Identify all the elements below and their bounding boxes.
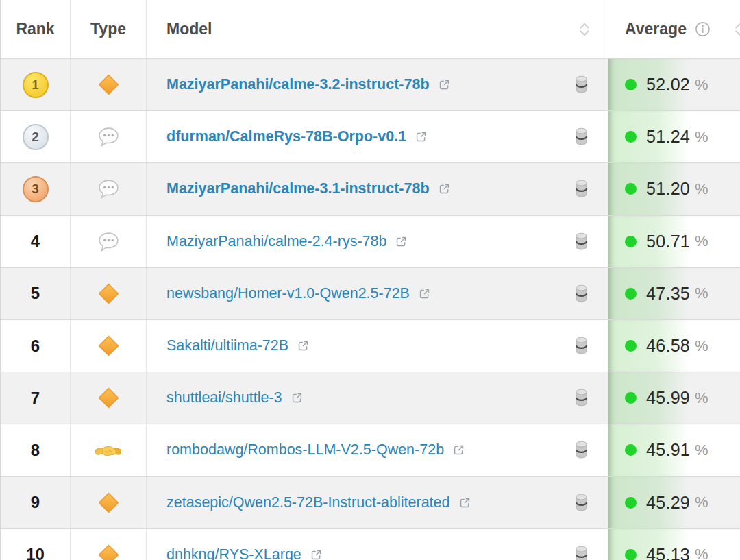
rank-cell: 4 [1,216,71,267]
average-cell: 47.35 % [608,268,740,319]
rank-header-label: Rank [16,20,54,38]
info-icon[interactable] [695,21,711,37]
rank-cell: 6 [1,320,71,372]
model-link[interactable]: dfurman/CalmeRys-78B-Orpo-v0.1 [166,128,406,145]
model-link[interactable]: MaziyarPanahi/calme-3.1-instruct-78b [166,180,430,197]
model-link[interactable]: shuttleai/shuttle-3 [166,389,282,406]
green-status-dot-icon [625,444,637,456]
external-link-icon[interactable] [452,443,465,456]
model-link[interactable]: newsbang/Homer-v1.0-Qwen2.5-72B [166,285,410,302]
external-link-icon[interactable] [415,130,428,143]
average-header-label: Average [625,20,687,38]
external-link-icon[interactable] [395,235,408,248]
type-cell [71,320,147,372]
orange-diamond-icon [97,282,120,305]
percent-sign: % [695,389,708,407]
average-value: 47.35 [646,284,690,304]
type-cell [71,216,147,267]
speech-balloon-icon [97,230,120,253]
model-link[interactable]: dnhkng/RYS-XLarge [166,546,301,560]
average-cell: 51.20 % [608,163,740,215]
database-icon[interactable] [572,439,591,461]
external-link-icon[interactable] [310,548,323,560]
type-cell [71,424,147,476]
model-cell: zetasepic/Qwen2.5-72B-Instruct-abliterat… [147,477,608,528]
rank-cell: 2 [1,111,71,162]
model-cell: newsbang/Homer-v1.0-Qwen2.5-72B [147,268,608,319]
database-icon[interactable] [572,178,591,199]
database-icon[interactable] [572,283,591,304]
rank-number: 9 [31,493,40,512]
rank-number: 6 [31,337,40,356]
model-cell: MaziyarPanahi/calme-3.2-instruct-78b [147,59,608,110]
type-cell [71,477,147,528]
table-row: 1 MaziyarPanahi/calme-3.2-instruct-78b 5… [1,58,740,110]
database-icon[interactable] [572,335,591,356]
type-cell [71,59,147,110]
external-link-icon[interactable] [458,496,471,509]
database-icon[interactable] [572,74,591,95]
rank-cell: 7 [1,372,71,424]
percent-sign: % [695,494,708,511]
sort-chevrons-icon[interactable] [733,22,740,37]
average-cell: 52.02 % [608,59,740,110]
green-status-dot-icon [625,288,637,300]
table-row: 5 newsbang/Homer-v1.0-Qwen2.5-72B 47.35 … [1,267,740,319]
sort-chevrons-icon[interactable] [578,22,591,37]
model-cell: shuttleai/shuttle-3 [147,372,608,424]
green-status-dot-icon [625,340,637,352]
average-value: 50.71 [646,232,690,252]
average-value: 51.20 [646,179,690,199]
model-link[interactable]: zetasepic/Qwen2.5-72B-Instruct-abliterat… [166,494,450,511]
average-cell: 50.71 % [608,216,740,267]
table-header-row: Rank Type Model Average [1,0,740,58]
green-status-dot-icon [625,183,637,195]
model-cell: rombodawg/Rombos-LLM-V2.5-Qwen-72b [147,424,608,476]
external-link-icon[interactable] [438,182,451,195]
database-icon[interactable] [572,387,591,409]
external-link-icon[interactable] [438,78,451,91]
percent-sign: % [695,441,708,459]
rank-number: 4 [31,232,40,251]
model-link[interactable]: MaziyarPanahi/calme-3.2-instruct-78b [166,76,430,93]
average-value: 46.58 [646,336,690,356]
handshake-icon [95,440,121,461]
orange-diamond-icon [97,544,120,560]
table-row: 3 MaziyarPanahi/calme-3.1-instruct-78b 5… [1,162,740,215]
speech-balloon-icon [97,178,120,200]
percent-sign: % [695,232,708,250]
external-link-icon[interactable] [297,339,310,352]
average-value: 45.91 [646,440,690,460]
database-icon[interactable] [572,492,591,513]
column-header-model[interactable]: Model [147,0,608,58]
type-cell [71,163,147,215]
table-row: 2 dfurman/CalmeRys-78B-Orpo-v0.1 51.24 % [1,110,740,162]
orange-diamond-icon [97,334,120,357]
external-link-icon[interactable] [291,391,304,404]
orange-diamond-icon [97,73,120,96]
column-header-rank[interactable]: Rank [1,0,71,58]
model-header-label: Model [166,20,212,38]
column-header-type[interactable]: Type [71,0,147,58]
orange-diamond-icon [97,491,120,514]
model-link[interactable]: Sakalti/ultiima-72B [166,337,288,354]
external-link-icon[interactable] [418,287,431,300]
rank-cell: 9 [1,477,71,528]
database-icon[interactable] [572,231,591,252]
model-link[interactable]: MaziyarPanahi/calme-2.4-rys-78b [166,233,386,250]
database-icon[interactable] [572,544,591,560]
green-status-dot-icon [625,549,637,560]
silver-medal: 2 [23,124,49,150]
average-cell: 45.29 % [608,477,740,528]
rank-cell: 8 [1,424,71,476]
percent-sign: % [695,76,708,94]
average-cell: 51.24 % [608,111,740,162]
database-icon[interactable] [572,126,591,147]
rank-number: 7 [31,389,40,408]
average-value: 51.24 [646,127,690,147]
column-header-average[interactable]: Average [608,0,740,58]
green-status-dot-icon [625,79,637,90]
model-link[interactable]: rombodawg/Rombos-LLM-V2.5-Qwen-72b [166,441,444,459]
rank-cell: 1 [1,59,71,110]
rank-cell: 5 [1,268,71,319]
